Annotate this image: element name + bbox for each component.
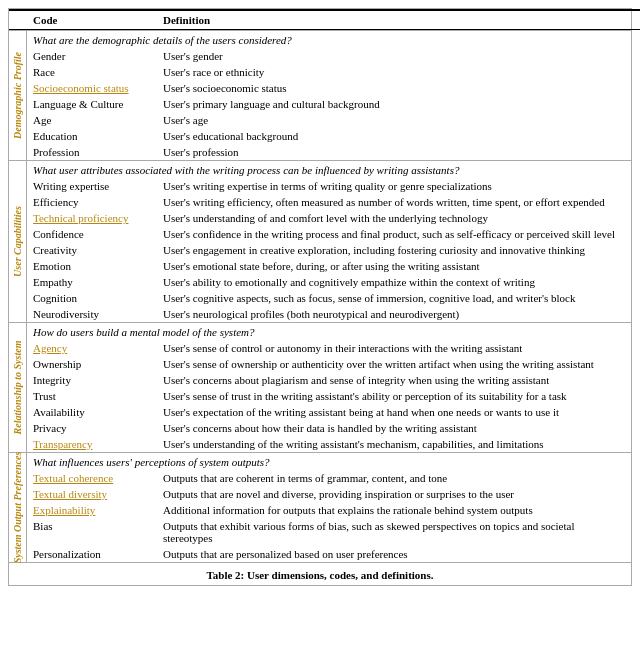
table-row: AgeUser's age [27,112,631,128]
table-row: EfficiencyUser's writing efficiency, oft… [27,194,631,210]
code-cell: Availability [27,405,157,419]
code-cell: Socioeconomic status [27,81,157,95]
definition-cell: User's concerns about how their data is … [157,421,631,435]
code-cell: Explainability [27,503,157,517]
code-cell: Bias [27,519,157,545]
table-row: ExplainabilityAdditional information for… [27,502,631,518]
table-row: AgencyUser's sense of control or autonom… [27,340,631,356]
table-row: BiasOutputs that exhibit various forms o… [27,518,631,546]
section-content-0: What are the demographic details of the … [27,31,631,160]
code-cell: Efficiency [27,195,157,209]
code-cell: Emotion [27,259,157,273]
section-label-0: Demographic Profile [9,31,27,160]
table-row: GenderUser's gender [27,48,631,64]
table-row: TransparencyUser's understanding of the … [27,436,631,452]
code-cell: Technical proficiency [27,211,157,225]
code-cell: Age [27,113,157,127]
sections-container: Demographic ProfileWhat are the demograp… [9,30,631,562]
code-cell: Confidence [27,227,157,241]
definition-cell: User's ability to emotionally and cognit… [157,275,631,289]
code-cell: Agency [27,341,157,355]
section-content-3: What influences users' perceptions of sy… [27,453,631,562]
table-row: TrustUser's sense of trust in the writin… [27,388,631,404]
code-cell: Textual diversity [27,487,157,501]
table-row: CreativityUser's engagement in creative … [27,242,631,258]
definition-cell: User's socioeconomic status [157,81,631,95]
table-row: AvailabilityUser's expectation of the wr… [27,404,631,420]
table-row: PersonalizationOutputs that are personal… [27,546,631,562]
code-cell: Transparency [27,437,157,451]
code-cell: Cognition [27,291,157,305]
section-label-text-1: User Capabilities [12,206,23,277]
definition-cell: User's concerns about plagiarism and sen… [157,373,631,387]
definition-cell: User's cognitive aspects, such as focus,… [157,291,631,305]
definition-cell: User's writing efficiency, often measure… [157,195,631,209]
definition-cell: User's confidence in the writing process… [157,227,631,241]
code-cell: Gender [27,49,157,63]
definition-cell: Outputs that are coherent in terms of gr… [157,471,631,485]
definition-cell: User's writing expertise in terms of wri… [157,179,631,193]
code-cell: Empathy [27,275,157,289]
definition-cell: Outputs that exhibit various forms of bi… [157,519,631,545]
table-row: OwnershipUser's sense of ownership or au… [27,356,631,372]
main-table: Code Definition [9,9,640,30]
section-label-text-0: Demographic Profile [12,52,23,139]
definition-cell: User's gender [157,49,631,63]
definition-cell: Additional information for outputs that … [157,503,631,517]
definition-cell: User's understanding of and comfort leve… [157,211,631,225]
definition-cell: User's age [157,113,631,127]
definition-cell: User's expectation of the writing assist… [157,405,631,419]
code-header: Code [27,10,157,30]
definition-cell: User's emotional state before, during, o… [157,259,631,273]
definition-cell: User's race or ethnicity [157,65,631,79]
section-label-text-2: Relationship to System [12,341,23,435]
definition-cell: User's understanding of the writing assi… [157,437,631,451]
code-cell: Privacy [27,421,157,435]
table-row: Textual diversityOutputs that are novel … [27,486,631,502]
table-row: PrivacyUser's concerns about how their d… [27,420,631,436]
table-row: Textual coherenceOutputs that are cohere… [27,470,631,486]
section-content-1: What user attributes associated with the… [27,161,631,322]
table-row: Language & CultureUser's primary languag… [27,96,631,112]
table-row: EmotionUser's emotional state before, du… [27,258,631,274]
code-cell: Writing expertise [27,179,157,193]
definition-cell: User's profession [157,145,631,159]
code-cell: Textual coherence [27,471,157,485]
code-cell: Integrity [27,373,157,387]
section-question-3: What influences users' perceptions of sy… [27,453,631,470]
section-content-2: How do users build a mental model of the… [27,323,631,452]
section-question-0: What are the demographic details of the … [27,31,631,48]
definition-cell: Outputs that are novel and diverse, prov… [157,487,631,501]
code-cell: Language & Culture [27,97,157,111]
section-label-text-3: System Output Preferences [12,452,23,564]
definition-cell: User's educational background [157,129,631,143]
section-label-3: System Output Preferences [9,453,27,562]
definition-header: Definition [157,10,640,30]
definition-cell: User's sense of trust in the writing ass… [157,389,631,403]
table-row: RaceUser's race or ethnicity [27,64,631,80]
code-cell: Personalization [27,547,157,561]
definition-cell: User's sense of ownership or authenticit… [157,357,631,371]
section-question-2: How do users build a mental model of the… [27,323,631,340]
section-3: System Output PreferencesWhat influences… [9,452,631,562]
table-header-row: Code Definition [9,10,640,30]
table-row: NeurodiversityUser's neurological profil… [27,306,631,322]
definition-cell: User's neurological profiles (both neuro… [157,307,631,321]
code-cell: Trust [27,389,157,403]
table-row: EmpathyUser's ability to emotionally and… [27,274,631,290]
definition-cell: Outputs that are personalized based on u… [157,547,631,561]
definition-cell: User's primary language and cultural bac… [157,97,631,111]
table-row: ConfidenceUser's confidence in the writi… [27,226,631,242]
code-cell: Race [27,65,157,79]
code-cell: Creativity [27,243,157,257]
table-row: Writing expertiseUser's writing expertis… [27,178,631,194]
table-row: Technical proficiencyUser's understandin… [27,210,631,226]
section-0: Demographic ProfileWhat are the demograp… [9,30,631,160]
table-row: CognitionUser's cognitive aspects, such … [27,290,631,306]
table-row: EducationUser's educational background [27,128,631,144]
section-question-1: What user attributes associated with the… [27,161,631,178]
section-label-1: User Capabilities [9,161,27,322]
definition-cell: User's sense of control or autonomy in t… [157,341,631,355]
table-row: ProfessionUser's profession [27,144,631,160]
code-cell: Ownership [27,357,157,371]
